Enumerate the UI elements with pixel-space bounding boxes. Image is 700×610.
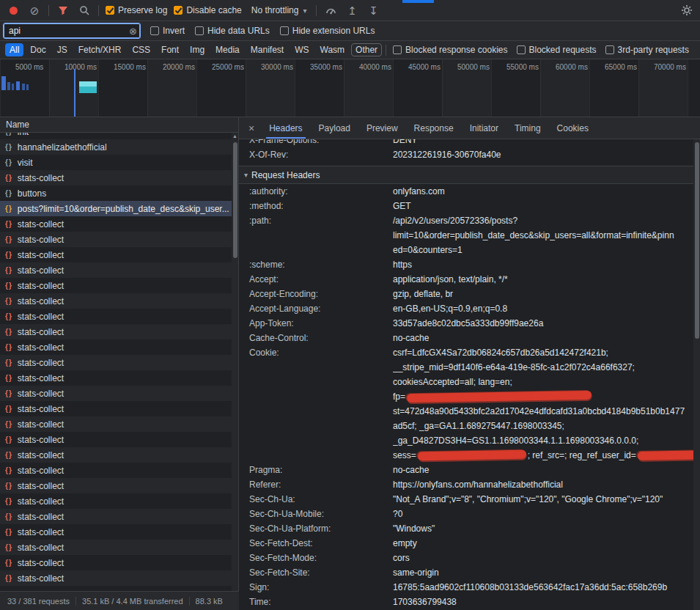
preserve-log-checkbox[interactable]: Preserve log [106, 5, 167, 15]
request-list-scrollbar[interactable]: ▲ [232, 133, 238, 591]
filter-icon[interactable] [56, 3, 70, 18]
filter-checkbox-blocked-response-cookies[interactable]: Blocked response cookies [393, 45, 507, 55]
file-type-icon: {} [5, 251, 12, 259]
request-row[interactable]: {}stats-collect [0, 463, 232, 478]
filter-chip-js[interactable]: JS [53, 43, 72, 56]
filter-checkbox-3rd-party-requests[interactable]: 3rd-party requests [605, 45, 689, 55]
network-overview-timeline[interactable]: 5000 ms10000 ms15000 ms20000 ms25000 ms3… [0, 59, 700, 117]
request-row[interactable]: {}stats-collect [0, 416, 232, 432]
request-name: stats-collect [18, 512, 64, 522]
file-type-icon: {} [5, 451, 12, 459]
tab-initiator[interactable]: Initiator [462, 117, 506, 139]
header-row: X-Frame-Options:DENY [239, 139, 693, 147]
header-value-text: __stripe_mid=9df140f6-e64a-419e-85fc-a1c… [393, 362, 635, 372]
header-value-text: "Windows" [393, 523, 435, 534]
request-row[interactable]: {}posts?limit=10&order=publish_date_desc… [0, 201, 232, 216]
close-details-icon[interactable]: × [242, 122, 261, 134]
request-row[interactable]: {}init [0, 133, 232, 139]
file-type-icon: {} [5, 466, 12, 474]
filter-chip-img[interactable]: Img [185, 43, 209, 56]
request-row[interactable]: {}stats-collect [0, 555, 232, 570]
request-row[interactable]: {}stats-collect [0, 493, 232, 509]
export-har-icon[interactable]: ↧ [366, 3, 380, 18]
import-har-icon[interactable]: ↥ [345, 3, 359, 18]
activity-bar [7, 82, 10, 90]
search-icon[interactable] [77, 3, 92, 18]
request-name: stats-collect [18, 527, 64, 537]
request-row[interactable]: {}stats-collect [0, 524, 232, 540]
filter-chip-ws[interactable]: WS [290, 43, 313, 56]
tab-payload[interactable]: Payload [311, 117, 358, 139]
header-name: :authority: [239, 184, 393, 199]
request-row[interactable]: {}stats-collect [0, 170, 232, 185]
header-row: :authority:onlyfans.com [239, 184, 693, 199]
filter-chip-font[interactable]: Font [157, 43, 183, 56]
request-row[interactable]: {}stats-collect [0, 478, 232, 493]
request-row[interactable]: {}stats-collect [0, 386, 232, 401]
request-row[interactable]: {}stats-collect [0, 570, 232, 586]
tab-response[interactable]: Response [406, 117, 462, 139]
network-conditions-icon[interactable] [323, 3, 338, 18]
request-name: stats-collect [18, 389, 64, 399]
filter-chip-manifest[interactable]: Manifest [246, 43, 288, 56]
request-row[interactable]: {}stats-collect [0, 432, 232, 447]
hide-extension-urls-checkbox[interactable]: Hide extension URLs [280, 26, 375, 36]
request-row[interactable]: {}stats-collect [0, 293, 232, 309]
request-headers-section[interactable]: ▾ Request Headers [239, 166, 693, 184]
details-scrollbar[interactable] [693, 139, 700, 610]
request-row[interactable]: {}stats-collect [0, 540, 232, 555]
request-row[interactable]: {}stats-collect [0, 339, 232, 355]
header-value: en-GB,en-US;q=0.9,en;q=0.8 [393, 301, 693, 316]
header-row: App-Token:33d57ade8c02dbc5a333db99ff9ae2… [239, 316, 693, 331]
file-type-icon: {} [5, 559, 12, 567]
request-row[interactable]: {}stats-collect [0, 232, 232, 247]
filter-chip-fetch-xhr[interactable]: Fetch/XHR [74, 43, 126, 56]
filter-chip-all[interactable]: All [5, 43, 23, 56]
request-row[interactable]: {}stats-collect [0, 324, 232, 339]
filter-chip-wasm[interactable]: Wasm [316, 43, 350, 56]
request-row[interactable]: {}stats-collect [0, 278, 232, 293]
header-name: Accept: [239, 272, 393, 287]
filter-chip-doc[interactable]: Doc [26, 43, 50, 56]
request-row[interactable]: {}stats-collect [0, 355, 232, 370]
tab-headers[interactable]: Headers [261, 117, 310, 139]
clear-icon[interactable]: ⊘ [27, 3, 42, 18]
request-row[interactable]: {}hannahelizabethofficial [0, 139, 232, 155]
record-button[interactable] [6, 3, 21, 18]
timeline-tick: 50000 ms [457, 63, 490, 71]
invert-checkbox[interactable]: Invert [150, 26, 185, 36]
request-row[interactable]: {}stats-collect [0, 401, 232, 416]
header-row: :method:GET [239, 199, 693, 213]
filter-chip-media[interactable]: Media [211, 43, 244, 56]
scroll-up-icon[interactable]: ▲ [232, 133, 237, 139]
hide-data-urls-checkbox[interactable]: Hide data URLs [195, 26, 270, 36]
hide-data-urls-label: Hide data URLs [207, 26, 270, 36]
tab-timing[interactable]: Timing [506, 117, 549, 139]
clear-filter-icon[interactable]: ⊗ [129, 26, 137, 37]
scrollbar-thumb[interactable] [695, 142, 699, 339]
name-column-header[interactable]: Name [0, 117, 238, 133]
throttling-dropdown[interactable]: No throttling ▾ [248, 5, 310, 15]
filter-checkbox-blocked-requests[interactable]: Blocked requests [517, 45, 597, 55]
request-row[interactable]: {}stats-collect [0, 262, 232, 278]
request-row[interactable]: {}buttons [0, 185, 232, 201]
filter-input[interactable] [4, 23, 140, 38]
request-row[interactable]: {}stats-collect [0, 370, 232, 386]
filter-chip-other[interactable]: Other [351, 43, 382, 56]
settings-gear-icon[interactable] [679, 3, 694, 18]
timeline-tick: 60000 ms [556, 63, 588, 71]
filter-bar: ⊗ Invert Hide data URLs Hide extension U… [0, 21, 700, 41]
tab-cookies[interactable]: Cookies [549, 117, 597, 139]
tab-preview[interactable]: Preview [358, 117, 406, 139]
request-row[interactable]: {}visit [0, 155, 232, 170]
request-row[interactable]: {}stats-collect [0, 216, 232, 232]
request-row[interactable]: {}stats-collect [0, 247, 232, 262]
request-row[interactable]: {}stats-collect [0, 509, 232, 524]
disable-cache-checkbox[interactable]: Disable cache [174, 5, 241, 15]
invert-label: Invert [163, 26, 185, 36]
scrollbar-thumb[interactable] [233, 142, 237, 258]
timeline-tick: 35000 ms [310, 63, 342, 71]
filter-chip-css[interactable]: CSS [128, 43, 155, 56]
request-row[interactable]: {}stats-collect [0, 309, 232, 324]
request-row[interactable]: {}stats-collect [0, 447, 232, 463]
